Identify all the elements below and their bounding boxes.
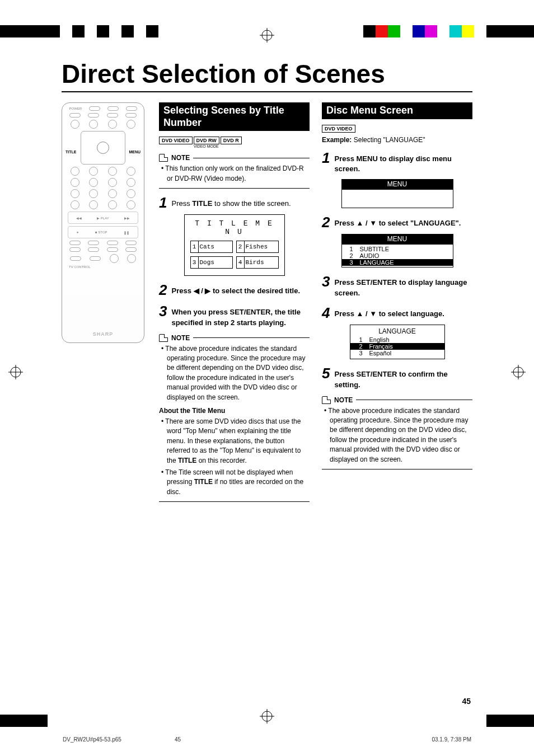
crosshair-icon	[511, 365, 526, 379]
crosshair-icon	[8, 365, 23, 379]
disc-badges: DVD VIDEODVD RWDVD R VIDEO MODE	[159, 134, 310, 148]
crosshair-icon	[260, 28, 274, 43]
step-2: 2 Press ◀ / ▶ to select the desired titl…	[159, 283, 310, 297]
divider	[322, 469, 472, 469]
step-5: 5 Press SET/ENTER to confirm the setting…	[322, 366, 472, 391]
note-text: There are some DVD video discs that use …	[159, 417, 310, 466]
section-heading-disc-menu: Disc Menu Screen	[322, 102, 472, 119]
title-menu-illustration: T I T L E M E N U 1Cats 2Fishes 3Dogs 4B…	[184, 214, 285, 276]
print-mark	[0, 715, 48, 727]
badge-dvd-video: DVD VIDEO	[322, 125, 355, 133]
step-3: 3 When you press SET/ENTER, the title sp…	[159, 304, 310, 328]
note-text: This function only work on the finalized…	[159, 164, 310, 184]
step-2: 2 Press ▲ / ▼ to select "LANGUAGE".	[322, 215, 472, 229]
page-title: Direct Selection of Scenes	[62, 59, 472, 89]
language-screen-illustration: LANGUAGE 1English 2Français 3Español	[350, 325, 445, 359]
page-number: 45	[462, 697, 471, 706]
step-1: 1 Press MENU to display disc menu screen…	[322, 151, 472, 175]
note-header: NOTE	[322, 396, 472, 404]
note-icon	[159, 154, 168, 162]
title-rule	[62, 91, 472, 92]
note-text: The above procedure indicates the standa…	[322, 406, 472, 464]
note-header: NOTE	[159, 334, 310, 342]
note-text: The Title screen will not be displayed w…	[159, 468, 310, 497]
divider	[159, 501, 310, 502]
section-heading-selecting: Selecting Scenes by Title Number	[159, 102, 310, 131]
step-1: 1 Press TITLE to show the title screen.	[159, 195, 310, 210]
divider	[159, 188, 310, 189]
print-bw-swatches	[48, 25, 171, 37]
crosshair-icon	[260, 709, 274, 724]
step-4: 4 Press ▲ / ▼ to select language.	[322, 306, 472, 320]
menu-screen-illustration: MENU 1SUBTITLE 2AUDIO 3LANGUAGE	[341, 234, 453, 267]
menu-screen-illustration: MENU	[341, 179, 453, 208]
example-text: Example: Selecting "LANGUAGE"	[322, 136, 472, 144]
note-header: NOTE	[159, 154, 310, 162]
note-icon	[322, 396, 331, 404]
note-text: The above procedure indicates the standa…	[159, 344, 310, 402]
remote-illustration: POWER TITLE MENU ◀◀▶ PLAY▶▶ ●■ STOP❚❚ TV	[62, 102, 144, 343]
step-3: 3 Press SET/ENTER to display language sc…	[322, 274, 472, 299]
note-icon	[159, 334, 168, 342]
print-footer: DV_RW2U#p45-53.p65 45 03.1.9, 7:38 PM	[63, 736, 471, 743]
print-mark	[486, 715, 534, 727]
about-title-menu-heading: About the Title Menu	[159, 407, 310, 415]
print-color-swatches	[363, 25, 486, 37]
